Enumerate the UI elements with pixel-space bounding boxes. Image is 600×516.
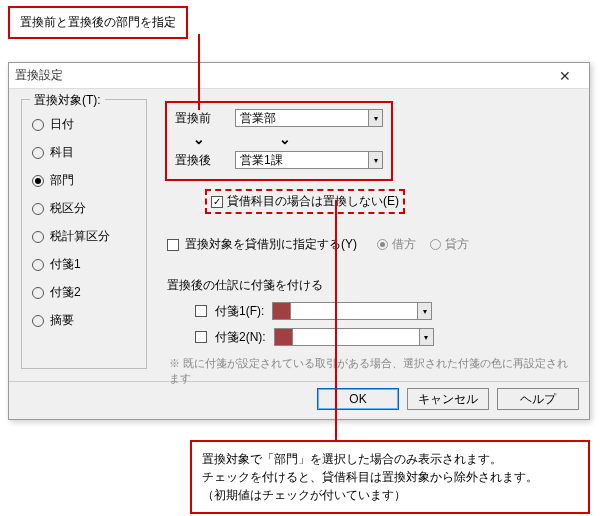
target-radio-summary[interactable]: 摘要 <box>32 312 136 329</box>
chevron-down-icon[interactable]: ▾ <box>419 329 433 345</box>
help-button[interactable]: ヘルプ <box>497 388 579 410</box>
replace-before-after-block: 置換前 営業部 ▾ ⌄ ⌄ 置換後 営業1課 ▾ <box>165 101 393 181</box>
side-debit-radio: 借方 <box>377 236 416 253</box>
button-bar: OK キャンセル ヘルプ <box>9 381 589 416</box>
ok-button[interactable]: OK <box>317 388 399 410</box>
tag2-checkbox[interactable] <box>195 331 207 343</box>
after-label: 置換後 <box>175 152 225 169</box>
annotation-bottom: 置換対象で「部門」を選択した場合のみ表示されます。 チェックを付けると、貸借科目… <box>190 440 590 514</box>
bs-exclude-checkbox[interactable] <box>211 196 223 208</box>
chevron-down-icon[interactable]: ▾ <box>368 110 382 126</box>
target-radio-list: 日付 科目 部門 税区分 税計算区分 付箋1 付箋2 摘要 <box>32 116 136 329</box>
dialog-title: 置換設定 <box>15 67 547 84</box>
tag-note: ※ 既に付箋が設定されている取引がある場合、選択された付箋の色に再設定されます <box>169 356 577 386</box>
after-value: 営業1課 <box>236 152 368 169</box>
target-radio-tag1[interactable]: 付箋1 <box>32 256 136 273</box>
close-icon[interactable]: ✕ <box>547 65 583 87</box>
tag2-color-swatch <box>275 329 293 345</box>
replace-settings-dialog: 置換設定 ✕ 置換対象(T): 日付 科目 部門 税区分 税計算区分 付箋1 付… <box>8 62 590 420</box>
target-group-label: 置換対象(T): <box>30 92 105 109</box>
arrow-down-icon: ⌄ <box>279 131 291 147</box>
target-groupbox: 置換対象(T): 日付 科目 部門 税区分 税計算区分 付箋1 付箋2 摘要 <box>21 99 147 369</box>
before-value: 営業部 <box>236 110 368 127</box>
chevron-down-icon[interactable]: ▾ <box>368 152 382 168</box>
leader-line-top <box>198 34 200 110</box>
after-combo[interactable]: 営業1課 ▾ <box>235 151 383 169</box>
titlebar: 置換設定 ✕ <box>9 63 589 89</box>
right-pane: 置換前 営業部 ▾ ⌄ ⌄ 置換後 営業1課 ▾ <box>147 99 577 377</box>
tag2-label: 付箋2(N): <box>215 329 266 346</box>
before-combo[interactable]: 営業部 ▾ <box>235 109 383 127</box>
side-radios: 借方 貸方 <box>377 236 469 253</box>
target-radio-tax[interactable]: 税区分 <box>32 200 136 217</box>
before-label: 置換前 <box>175 110 225 127</box>
tag2-color-combo[interactable]: ▾ <box>274 328 434 346</box>
annotation-top: 置換前と置換後の部門を指定 <box>8 6 188 39</box>
target-radio-tag2[interactable]: 付箋2 <box>32 284 136 301</box>
target-radio-account[interactable]: 科目 <box>32 144 136 161</box>
target-radio-date[interactable]: 日付 <box>32 116 136 133</box>
tag1-checkbox[interactable] <box>195 305 207 317</box>
tag1-color-swatch <box>273 303 291 319</box>
tag1-color-combo[interactable]: ▾ <box>272 302 432 320</box>
bs-exclude-label: 貸借科目の場合は置換しない(E) <box>227 193 399 210</box>
chevron-down-icon[interactable]: ▾ <box>417 303 431 319</box>
specify-by-side-checkbox[interactable] <box>167 239 179 251</box>
tag-section-label: 置換後の仕訳に付箋を付ける <box>167 277 577 294</box>
cancel-button[interactable]: キャンセル <box>407 388 489 410</box>
bs-exclude-checkbox-box: 貸借科目の場合は置換しない(E) <box>205 189 405 214</box>
tag1-label: 付箋1(F): <box>215 303 264 320</box>
target-radio-department[interactable]: 部門 <box>32 172 136 189</box>
target-radio-taxcalc[interactable]: 税計算区分 <box>32 228 136 245</box>
arrow-down-icon: ⌄ <box>193 131 205 147</box>
leader-line-bottom <box>335 200 337 440</box>
side-credit-radio: 貸方 <box>430 236 469 253</box>
specify-by-side-label: 置換対象を貸借別に指定する(Y) <box>185 236 357 253</box>
